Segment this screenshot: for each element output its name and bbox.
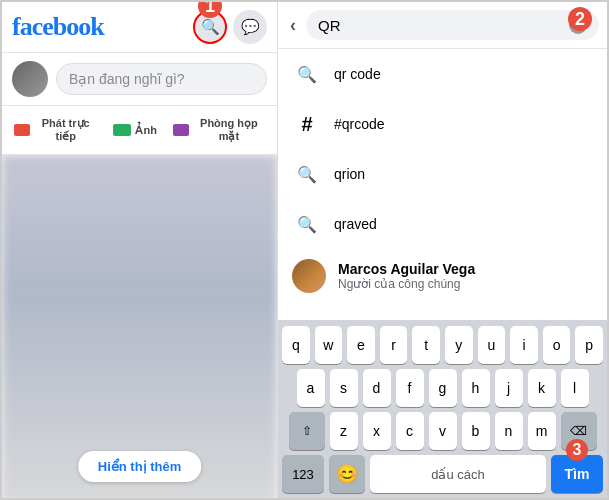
suggestion-text-2: #qrcode [334,116,385,132]
keyboard-row-1: q w e r t y u i o p [282,326,603,364]
search-icon-3: 🔍 [292,209,322,239]
hashtag-icon: # [292,109,322,139]
suggestions-list: 🔍 qr code # #qrcode 🔍 qrion 🔍 qraved Mar… [278,49,607,320]
search-icon-2: 🔍 [292,159,322,189]
left-header: facebook 🔍 1 💬 [2,2,277,53]
suggestion-qrcode-hashtag[interactable]: # #qrcode [278,99,607,149]
search-input[interactable] [318,17,563,34]
room-label: Phòng họp mặt [193,117,265,143]
label-2: 2 [568,7,592,31]
search-header-wrap: ‹ × 2 [278,2,607,49]
emoji-key[interactable]: 😊 [329,455,365,493]
marcos-name-block: Marcos Aguilar Vega Người của công chúng [338,261,475,291]
key-u[interactable]: u [478,326,506,364]
key-t[interactable]: t [412,326,440,364]
key-y[interactable]: y [445,326,473,364]
label-3: 3 [566,439,588,461]
keyboard-row-2: a s d f g h j k l [282,369,603,407]
search-header: ‹ × [278,2,607,49]
key-c[interactable]: c [396,412,424,450]
key-z[interactable]: z [330,412,358,450]
key-k[interactable]: k [528,369,556,407]
suggestion-text-4: qraved [334,216,377,232]
live-icon [14,124,30,136]
key-n[interactable]: n [495,412,523,450]
avatar [12,61,48,97]
label-1: 1 [198,2,222,18]
key-j[interactable]: j [495,369,523,407]
messenger-icon: 💬 [241,18,260,36]
room-button[interactable]: Phòng họp mặt [165,112,273,148]
key-m[interactable]: m [528,412,556,450]
header-icons: 🔍 1 💬 [193,10,267,44]
room-icon [173,124,189,136]
suggestion-marcos-lowercase[interactable]: 🔍 marcos aguilar vega [278,303,607,320]
photo-label: Ảnh [135,124,156,137]
feed-blur [2,155,277,500]
key-r[interactable]: r [380,326,408,364]
key-w[interactable]: w [315,326,343,364]
back-button[interactable]: ‹ [286,11,300,40]
key-f[interactable]: f [396,369,424,407]
key-h[interactable]: h [462,369,490,407]
search-button[interactable]: 🔍 1 [193,10,227,44]
key-x[interactable]: x [363,412,391,450]
keyboard-row-3: ⇧ z x c v b n m ⌫ [282,412,603,450]
photo-icon [113,124,131,136]
search-input-wrapper: × [306,10,599,40]
live-button[interactable]: Phát trực tiếp [6,112,105,148]
messenger-button[interactable]: 💬 [233,10,267,44]
key-g[interactable]: g [429,369,457,407]
suggestion-qraved[interactable]: 🔍 qraved [278,199,607,249]
keyboard-row-4: 123 😊 dấu cách Tìm 3 [282,455,603,493]
key-s[interactable]: s [330,369,358,407]
key-l[interactable]: l [561,369,589,407]
live-label: Phát trực tiếp [34,117,97,143]
photo-button[interactable]: Ảnh [105,112,164,148]
key-q[interactable]: q [282,326,310,364]
marcos-name: Marcos Aguilar Vega [338,261,475,277]
suggestion-text-1: qr code [334,66,381,82]
suggestion-text-3: qrion [334,166,365,182]
key-p[interactable]: p [575,326,603,364]
key-b[interactable]: b [462,412,490,450]
space-key[interactable]: dấu cách [370,455,546,493]
left-panel: facebook 🔍 1 💬 Bạn đang nghĩ gì? Phát tr… [2,2,278,500]
suggestion-qrion[interactable]: 🔍 qrion [278,149,607,199]
suggestion-marcos[interactable]: Marcos Aguilar Vega Người của công chúng [278,249,607,303]
search-key[interactable]: Tìm 3 [551,455,603,493]
marcos-avatar [292,259,326,293]
search-icon: 🔍 [201,18,220,36]
search-icon-1: 🔍 [292,59,322,89]
numbers-key[interactable]: 123 [282,455,324,493]
key-d[interactable]: d [363,369,391,407]
key-i[interactable]: i [510,326,538,364]
post-box: Bạn đang nghĩ gì? [2,53,277,106]
key-o[interactable]: o [543,326,571,364]
suggestion-qr-code[interactable]: 🔍 qr code [278,49,607,99]
feed-area: Hiển thị thêm [2,155,277,500]
show-more-button[interactable]: Hiển thị thêm [78,451,202,482]
key-e[interactable]: e [347,326,375,364]
keyboard: q w e r t y u i o p a s d f g h j k l ⇧ … [278,320,607,500]
search-icon-4: 🔍 [292,313,322,320]
key-v[interactable]: v [429,412,457,450]
right-panel: ‹ × 2 🔍 qr code # #qrcode 🔍 qrion 🔍 qrav… [278,2,607,500]
shift-key[interactable]: ⇧ [289,412,325,450]
post-placeholder[interactable]: Bạn đang nghĩ gì? [56,63,267,95]
action-bar: Phát trực tiếp Ảnh Phòng họp mặt [2,106,277,155]
key-a[interactable]: a [297,369,325,407]
marcos-sub: Người của công chúng [338,277,475,291]
search-key-label: Tìm [565,466,590,482]
facebook-logo: facebook [12,12,104,42]
